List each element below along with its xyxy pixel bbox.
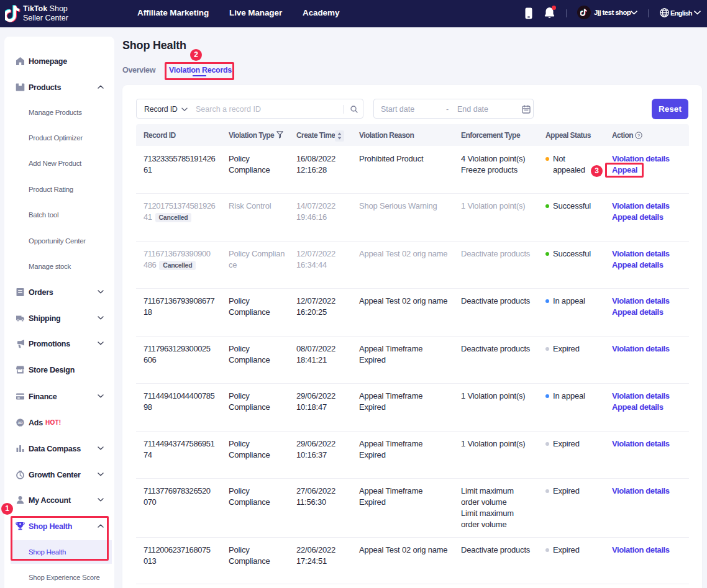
svg-text:AD: AD — [18, 421, 23, 425]
svg-text:?: ? — [637, 133, 640, 138]
